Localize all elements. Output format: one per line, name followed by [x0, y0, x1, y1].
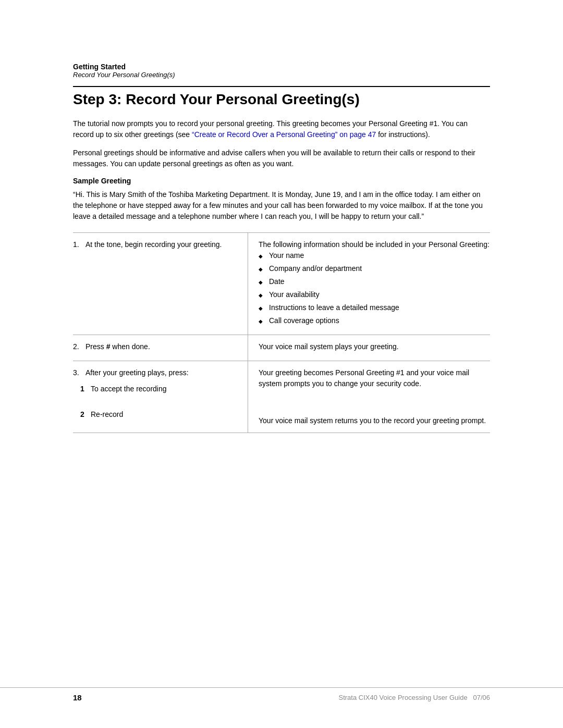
step-number-2: 2. — [73, 341, 85, 352]
intro-link[interactable]: “Create or Record Over a Personal Greeti… — [192, 130, 376, 139]
table-cell-left-1: 1. At the tone, begin recording your gre… — [73, 233, 248, 335]
bullet-text: Date — [269, 276, 285, 287]
table-cell-right-2: Your voice mail system plays your greeti… — [248, 335, 490, 361]
right-sub-content-1: Your greeting becomes Personal Greeting … — [259, 367, 490, 389]
bullet-text: Call coverage options — [269, 315, 339, 326]
sample-greeting-title: Sample Greeting — [73, 177, 490, 185]
sub-step-number-1: 1 — [80, 384, 91, 394]
page: Getting Started Record Your Personal Gre… — [0, 0, 563, 728]
step-2: 2. Press # when done. — [73, 341, 239, 352]
footer-doc-title: Strata CIX40 Voice Processing User Guide… — [104, 694, 490, 701]
bullet-text: Instructions to leave a detailed message — [269, 302, 399, 313]
table-cell-right-1: The following information should be incl… — [248, 233, 490, 335]
breadcrumb-section: Getting Started — [73, 63, 490, 71]
bullet-item: ◆Your availability — [259, 289, 490, 300]
bullet-item: ◆Date — [259, 276, 490, 287]
bullet-diamond-icon: ◆ — [259, 291, 265, 299]
bullet-text: Your name — [269, 250, 304, 261]
bullet-diamond-icon: ◆ — [259, 278, 265, 286]
breadcrumb: Getting Started Record Your Personal Gre… — [73, 63, 490, 81]
page-title: Step 3: Record Your Personal Greeting(s) — [73, 86, 490, 108]
bullet-text: Company and/or department — [269, 263, 362, 274]
right-sub-content-2: Your voice mail system returns you to th… — [259, 415, 490, 426]
footer: 18 Strata CIX40 Voice Processing User Gu… — [0, 687, 563, 702]
table-row: 3. After your greeting plays, press: 1 T… — [73, 361, 490, 433]
table-row: 2. Press # when done. Your voice mail sy… — [73, 335, 490, 361]
breadcrumb-page-subtitle: Record Your Personal Greeting(s) — [73, 71, 490, 79]
step-1-content: At the tone, begin recording your greeti… — [85, 239, 239, 250]
sample-greeting-text: “Hi. This is Mary Smith of the Toshiba M… — [73, 189, 490, 222]
intro-paragraph-2: Personal greetings should be informative… — [73, 147, 490, 169]
sub-step-2: 2 Re-record — [80, 409, 239, 420]
bullet-diamond-icon: ◆ — [259, 252, 265, 260]
sub-step-content-2: Re-record — [91, 409, 123, 420]
right-intro-1: The following information should be incl… — [259, 239, 490, 250]
step-3: 3. After your greeting plays, press: — [73, 367, 239, 378]
table-row: 1. At the tone, begin recording your gre… — [73, 233, 490, 335]
step-number-1: 1. — [73, 239, 85, 250]
table-cell-right-3: Your greeting becomes Personal Greeting … — [248, 361, 490, 433]
step-2-content: Press # when done. — [85, 341, 239, 352]
bullet-list-1: ◆Your name ◆Company and/or department ◆D… — [259, 250, 490, 326]
bullet-diamond-icon: ◆ — [259, 265, 265, 273]
sub-step-number-2: 2 — [80, 409, 91, 420]
right-content-2: Your voice mail system plays your greeti… — [259, 342, 399, 351]
header-section: Getting Started Record Your Personal Gre… — [0, 0, 563, 81]
intro-paragraph-1: The tutorial now prompts you to record y… — [73, 118, 490, 140]
bullet-diamond-icon: ◆ — [259, 317, 265, 325]
bullet-item: ◆Call coverage options — [259, 315, 490, 326]
step-3-content: After your greeting plays, press: — [85, 367, 239, 378]
content-section: Step 3: Record Your Personal Greeting(s)… — [0, 86, 563, 433]
sub-step-content-1: To accept the recording — [91, 384, 167, 394]
table-cell-left-2: 2. Press # when done. — [73, 335, 248, 361]
bullet-item: ◆Instructions to leave a detailed messag… — [259, 302, 490, 313]
step-number-3: 3. — [73, 367, 85, 378]
table-cell-left-3: 3. After your greeting plays, press: 1 T… — [73, 361, 248, 433]
instruction-table: 1. At the tone, begin recording your gre… — [73, 232, 490, 433]
sub-step-1: 1 To accept the recording — [80, 384, 239, 394]
step-1: 1. At the tone, begin recording your gre… — [73, 239, 239, 250]
bullet-diamond-icon: ◆ — [259, 304, 265, 312]
bullet-item: ◆Company and/or department — [259, 263, 490, 274]
bullet-text: Your availability — [269, 289, 320, 300]
footer-page-number: 18 — [73, 693, 104, 702]
bullet-item: ◆Your name — [259, 250, 490, 261]
